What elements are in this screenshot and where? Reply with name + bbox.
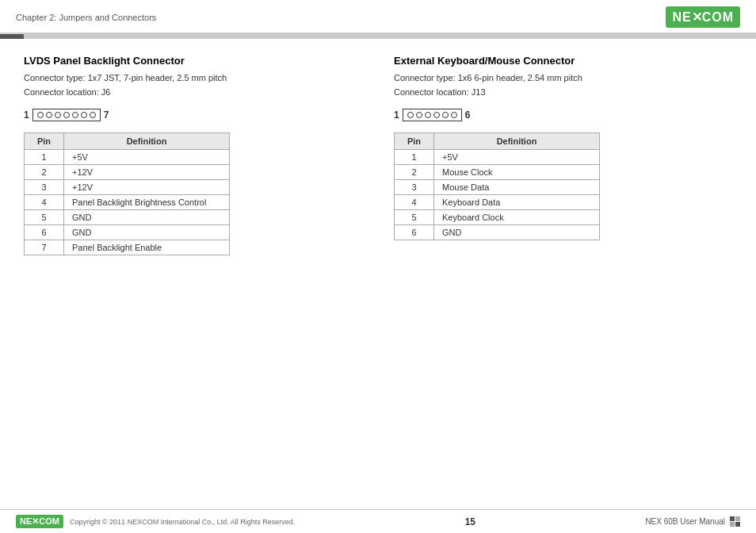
kpin-circle-2 <box>416 112 422 118</box>
keyboard-pin-num-5: 5 <box>395 210 434 225</box>
lvds-info: Connector type: 1x7 JST, 7-pin header, 2… <box>24 71 362 99</box>
grid-cell-4 <box>735 522 740 527</box>
keyboard-col-def: Definition <box>434 133 600 150</box>
footer-grid-icon <box>730 516 740 527</box>
lvds-pin-num-3: 3 <box>25 180 64 195</box>
nexcom-logo: NE✕COM <box>666 6 740 28</box>
lvds-info-line1: Connector type: 1x7 JST, 7-pin header, 2… <box>24 73 227 82</box>
table-row: 5Keyboard Clock <box>395 210 600 225</box>
keyboard-pin-def-5: Keyboard Clock <box>434 210 600 225</box>
keyboard-col-pin: Pin <box>395 133 434 150</box>
lvds-col-def: Definition <box>64 133 230 150</box>
lvds-connector-diagram: 1 7 <box>24 109 362 121</box>
footer-page-number: 15 <box>465 516 475 527</box>
page-header: Chapter 2: Jumpers and Connectors NE✕COM <box>0 0 756 34</box>
kpin-circle-3 <box>425 112 431 118</box>
logo-com: COM <box>702 10 734 25</box>
table-row: 2+12V <box>25 165 230 180</box>
pin-circle-5 <box>72 112 78 118</box>
table-row: 5GND <box>25 210 230 225</box>
table-row: 6GND <box>395 225 600 240</box>
kpin-circle-6 <box>451 112 457 118</box>
table-row: 2Mouse Clock <box>395 165 600 180</box>
table-row: 6GND <box>25 225 230 240</box>
footer-right: NEX 60B User Manual <box>645 516 740 527</box>
table-row: 1+5V <box>25 150 230 165</box>
lvds-pin-num-7: 7 <box>25 240 64 255</box>
keyboard-info-line2: Connector location: J13 <box>394 87 486 97</box>
lvds-pin-def-4: Panel Backlight Brightness Control <box>64 195 230 210</box>
lvds-title: LVDS Panel Backlight Connector <box>24 55 362 67</box>
footer-left: NE✕COM Copyright © 2011 NEXCOM Internati… <box>16 515 295 528</box>
logo-x-icon: ✕ <box>692 10 702 25</box>
lvds-pin-num-2: 2 <box>25 165 64 180</box>
keyboard-pin-num-6: 6 <box>395 225 434 240</box>
footer-manual-title: NEX 60B User Manual <box>645 517 725 526</box>
lvds-pin-def-7: Panel Backlight Enable <box>64 240 230 255</box>
kpin-circle-1 <box>407 112 414 118</box>
lvds-pin-num-6: 6 <box>25 225 64 240</box>
table-row: 3+12V <box>25 180 230 195</box>
lvds-pin-def-2: +12V <box>64 165 230 180</box>
page-footer: NE✕COM Copyright © 2011 NEXCOM Internati… <box>0 509 756 533</box>
keyboard-pin-def-2: Mouse Clock <box>434 165 600 180</box>
lvds-pin-def-3: +12V <box>64 180 230 195</box>
keyboard-section: External Keyboard/Mouse Connector Connec… <box>394 55 732 255</box>
keyboard-pins <box>403 109 462 121</box>
lvds-pin-def-5: GND <box>64 210 230 225</box>
table-row: 7Panel Backlight Enable <box>25 240 230 255</box>
keyboard-connector-diagram: 1 6 <box>394 109 732 121</box>
lvds-info-line2: Connector location: J6 <box>24 87 110 97</box>
keyboard-pin-num-1: 1 <box>395 150 434 165</box>
table-row: 4Panel Backlight Brightness Control <box>25 195 230 210</box>
lvds-pin-num-4: 4 <box>25 195 64 210</box>
footer-copyright: Copyright © 2011 NEXCOM International Co… <box>70 518 295 526</box>
lvds-pin-table: Pin Definition 1+5V2+12V3+12V4Panel Back… <box>24 132 230 255</box>
keyboard-pin-def-1: +5V <box>434 150 600 165</box>
pin-circle-4 <box>63 112 70 118</box>
keyboard-pin-def-3: Mouse Data <box>434 180 600 195</box>
lvds-pins <box>32 109 101 121</box>
main-content: LVDS Panel Backlight Connector Connector… <box>0 39 756 271</box>
grid-cell-1 <box>730 516 735 521</box>
lvds-diagram-start: 1 <box>24 109 29 121</box>
keyboard-pin-def-6: GND <box>434 225 600 240</box>
chapter-title: Chapter 2: Jumpers and Connectors <box>16 13 156 22</box>
table-row: 1+5V <box>395 150 600 165</box>
logo-text: NE <box>672 10 691 25</box>
keyboard-pin-num-3: 3 <box>395 180 434 195</box>
keyboard-pin-table: Pin Definition 1+5V2Mouse Clock3Mouse Da… <box>394 132 600 240</box>
keyboard-info: Connector type: 1x6 6-pin header, 2.54 m… <box>394 71 732 99</box>
pin-circle-6 <box>81 112 87 118</box>
keyboard-title: External Keyboard/Mouse Connector <box>394 55 732 67</box>
lvds-pin-num-5: 5 <box>25 210 64 225</box>
lvds-diagram-end: 7 <box>104 109 109 121</box>
pin-circle-3 <box>55 112 61 118</box>
grid-cell-2 <box>735 516 740 521</box>
kpin-circle-4 <box>433 112 440 118</box>
kpin-circle-5 <box>442 112 449 118</box>
grid-cell-3 <box>730 522 735 527</box>
keyboard-diagram-start: 1 <box>394 109 399 121</box>
table-row: 4Keyboard Data <box>395 195 600 210</box>
lvds-pin-def-6: GND <box>64 225 230 240</box>
lvds-pin-num-1: 1 <box>25 150 64 165</box>
lvds-col-pin: Pin <box>25 133 64 150</box>
pin-circle-1 <box>37 112 44 118</box>
keyboard-info-line1: Connector type: 1x6 6-pin header, 2.54 m… <box>394 73 582 82</box>
footer-logo: NE✕COM <box>16 515 63 528</box>
pin-circle-7 <box>90 112 96 118</box>
lvds-pin-def-1: +5V <box>64 150 230 165</box>
lvds-section: LVDS Panel Backlight Connector Connector… <box>24 55 362 255</box>
keyboard-diagram-end: 6 <box>465 109 471 121</box>
keyboard-pin-num-2: 2 <box>395 165 434 180</box>
table-row: 3Mouse Data <box>395 180 600 195</box>
keyboard-pin-num-4: 4 <box>395 195 434 210</box>
pin-circle-2 <box>46 112 52 118</box>
keyboard-pin-def-4: Keyboard Data <box>434 195 600 210</box>
